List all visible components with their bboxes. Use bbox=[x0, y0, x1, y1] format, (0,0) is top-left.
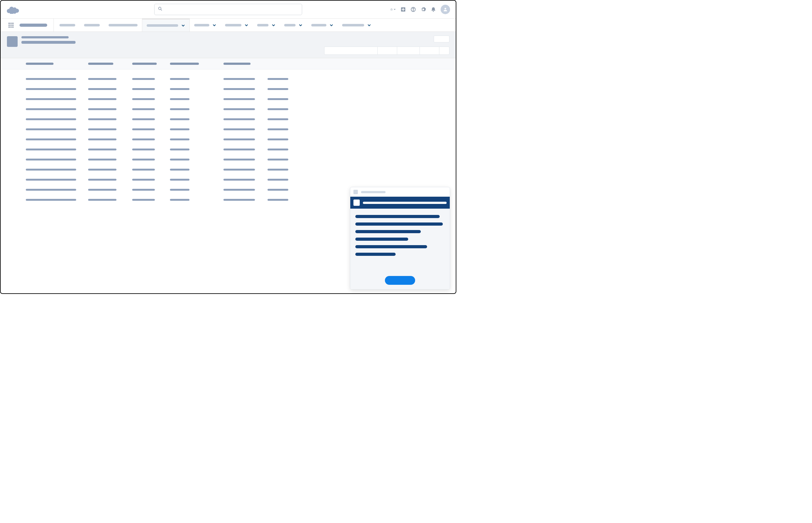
table-cell bbox=[26, 159, 88, 161]
svg-point-17 bbox=[12, 26, 14, 28]
table-cell bbox=[26, 88, 88, 90]
table-row[interactable] bbox=[26, 94, 449, 104]
svg-line-1 bbox=[161, 10, 162, 11]
panel-body: Action bbox=[350, 209, 450, 289]
table-cell bbox=[170, 108, 223, 110]
favorites-button[interactable]: Favorites bbox=[390, 6, 396, 12]
column-header[interactable] bbox=[223, 62, 268, 65]
header-button[interactable]: Button 3 bbox=[397, 47, 420, 55]
table-cell bbox=[170, 78, 223, 80]
table-cell bbox=[88, 159, 132, 161]
table-cell bbox=[223, 139, 268, 140]
chevron-down-icon bbox=[245, 23, 248, 27]
table-cell bbox=[26, 179, 88, 181]
table-cell bbox=[170, 128, 223, 130]
column-header[interactable] bbox=[268, 62, 317, 65]
setup-gear-icon[interactable]: Setup bbox=[420, 6, 426, 12]
panel-icon bbox=[354, 190, 358, 194]
table-cell bbox=[88, 88, 132, 90]
table-row[interactable] bbox=[26, 144, 449, 155]
table-cell bbox=[170, 88, 223, 90]
nav-tab[interactable]: Tab 4 bbox=[142, 19, 190, 32]
header-actions: Favorites Global Actions Help Setup Noti… bbox=[390, 5, 450, 14]
table-cell bbox=[88, 189, 132, 191]
svg-point-11 bbox=[12, 23, 14, 24]
table-cell bbox=[223, 148, 268, 150]
panel-text-line bbox=[355, 238, 408, 241]
header-button[interactable]: Button 2 bbox=[378, 47, 397, 55]
table-row[interactable] bbox=[26, 124, 449, 134]
panel-cta-button[interactable]: Action bbox=[385, 276, 415, 285]
table-cell bbox=[268, 88, 317, 90]
svg-point-9 bbox=[8, 23, 10, 24]
table-row[interactable] bbox=[26, 175, 449, 185]
nav-tab[interactable]: Tab 2 bbox=[79, 19, 104, 32]
table-row[interactable] bbox=[26, 114, 449, 124]
table-cell bbox=[26, 139, 88, 140]
nav-tab[interactable]: Tab 6 bbox=[221, 19, 253, 32]
nav-tab[interactable]: Tab 8 bbox=[280, 19, 307, 32]
header-button[interactable]: Button 1 bbox=[324, 47, 378, 55]
svg-marker-2 bbox=[391, 8, 393, 11]
table-row[interactable] bbox=[26, 74, 449, 84]
panel-text-line bbox=[355, 222, 443, 226]
table-cell bbox=[132, 169, 170, 170]
table-cell bbox=[26, 108, 88, 110]
panel-header[interactable]: Panel bbox=[350, 187, 450, 197]
table-cell bbox=[170, 179, 223, 181]
chevron-down-icon bbox=[393, 8, 396, 11]
nav-tab[interactable]: Tab 7 bbox=[253, 19, 280, 32]
chevron-down-icon bbox=[272, 23, 275, 27]
svg-point-0 bbox=[159, 7, 161, 10]
table-header-row bbox=[1, 58, 456, 70]
table-cell bbox=[26, 118, 88, 120]
header-button[interactable]: Button 4 bbox=[420, 47, 439, 55]
table-cell bbox=[132, 78, 170, 80]
chevron-down-icon bbox=[181, 23, 185, 28]
table-cell bbox=[170, 189, 223, 191]
table-row[interactable] bbox=[26, 155, 449, 165]
table-cell bbox=[268, 189, 317, 191]
page-titles: Object List View bbox=[21, 36, 75, 44]
column-header[interactable] bbox=[88, 62, 132, 65]
nav-tab[interactable]: Tab 10 bbox=[338, 19, 376, 32]
nav-tabs: Tab 1Tab 2Tab 3Tab 4Tab 5Tab 6Tab 7Tab 8… bbox=[55, 19, 376, 32]
table-row[interactable] bbox=[26, 84, 449, 94]
table-cell bbox=[170, 148, 223, 150]
global-header: Search... Favorites Global Actions Help … bbox=[1, 1, 456, 19]
svg-point-7 bbox=[413, 11, 414, 11]
table-row[interactable] bbox=[26, 104, 449, 114]
app-launcher-icon[interactable] bbox=[6, 19, 16, 32]
column-header[interactable] bbox=[170, 62, 223, 65]
table-cell bbox=[88, 78, 132, 80]
global-search[interactable]: Search... bbox=[154, 4, 302, 15]
table-row[interactable] bbox=[26, 165, 449, 175]
user-avatar[interactable]: View profile bbox=[440, 5, 450, 14]
panel-content bbox=[355, 215, 445, 256]
global-actions-button[interactable]: Global Actions bbox=[400, 6, 406, 12]
nav-tab[interactable]: Tab 5 bbox=[190, 19, 221, 32]
column-header[interactable] bbox=[26, 62, 88, 65]
notifications-bell-icon[interactable]: Notifications bbox=[431, 6, 436, 12]
header-button[interactable]: Button 5 bbox=[439, 47, 449, 55]
table-cell bbox=[170, 139, 223, 140]
table-cell bbox=[132, 179, 170, 181]
header-button-group: Button 1Button 2Button 3Button 4Button 5 bbox=[324, 47, 449, 55]
search-icon bbox=[158, 6, 163, 13]
entity-icon bbox=[7, 36, 18, 47]
table-cell bbox=[132, 199, 170, 201]
table-cell bbox=[223, 88, 268, 90]
header-action-button[interactable]: Action bbox=[434, 36, 449, 42]
help-button[interactable]: Help bbox=[410, 6, 416, 12]
nav-tab[interactable]: Tab 1 bbox=[55, 19, 79, 32]
nav-tab[interactable]: Tab 3 bbox=[104, 19, 142, 32]
table-cell bbox=[223, 118, 268, 120]
table-cell bbox=[268, 139, 317, 140]
svg-rect-5 bbox=[402, 9, 405, 10]
table-cell bbox=[132, 148, 170, 150]
nav-tab[interactable]: Tab 9 bbox=[307, 19, 338, 32]
column-header[interactable] bbox=[132, 62, 170, 65]
panel-text-line bbox=[355, 245, 427, 248]
table-row[interactable] bbox=[26, 134, 449, 144]
table-cell bbox=[26, 98, 88, 100]
